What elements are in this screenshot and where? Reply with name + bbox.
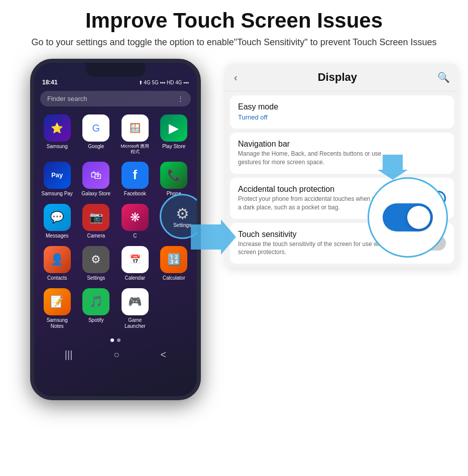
back-button[interactable]: ‹ [234,72,238,83]
dot-2 [117,338,121,342]
nav-menu-icon[interactable]: ||| [65,349,73,361]
game-label: Game Launcher [119,317,151,329]
status-time: 18:41 [42,79,58,86]
app-calendar[interactable]: 📅 Calendar [119,246,151,281]
calculator-label: Calculator [163,275,185,281]
notes-label: Samsung Notes [41,317,73,329]
easy-mode-status: Turned off [238,113,268,121]
magnified-toggle[interactable] [383,203,433,231]
calculator-icon: 🔢 [160,246,187,273]
bixby-icon: ❋ [122,204,149,231]
accidental-touch-title: Accidental touch protection [238,185,389,194]
spotify-label: Spotify [88,317,104,323]
navbar-text: Navigation bar Manage the Home, Back, an… [238,140,389,167]
game-icon: 🎮 [122,288,149,315]
status-bar: 18:41 ⬆ 4G 5G ▪▪▪ HD 4G ▪▪▪ [34,63,197,88]
app-calculator[interactable]: 🔢 Calculator [158,246,190,281]
google-icon: G [82,114,109,142]
page-header: Improve Touch Screen Issues Go to your s… [0,0,468,54]
magnified-toggle-circle [368,177,448,258]
app-notes[interactable]: 📝 Samsung Notes [41,288,73,329]
search-placeholder: Finder search [47,95,87,102]
microsoft-label: Microsoft 應用程式 [119,144,151,155]
microsoft-icon: 🪟 [122,114,149,142]
navbar-desc: Manage the Home, Back, and Recents butto… [238,150,389,167]
app-google[interactable]: G Google [80,114,112,155]
playstore-label: Play Store [162,144,185,150]
svg-marker-1 [378,155,408,180]
app-pay[interactable]: Pay Samsung Pay [41,162,73,197]
samsung-label: Samsung [47,144,68,150]
bixby-label: C [133,233,137,239]
page-title: Improve Touch Screen Issues [10,9,458,32]
app-camera[interactable]: 📷 Camera [80,204,112,239]
app-settings-magnified[interactable]: ⚙ Settings ⚙ [158,204,190,239]
nav-home-icon[interactable]: ○ [113,349,120,361]
pay-icon: Pay [44,162,71,189]
phone-search-bar[interactable]: Finder search ⋮ [40,91,191,106]
navbar-title: Navigation bar [238,140,389,149]
google-label: Google [88,144,104,150]
right-panel-wrapper: ‹ Display 🔍 Easy mode Turned off Navigat… [226,59,458,268]
app-facebook[interactable]: f Facebook [119,162,151,197]
app-microsoft[interactable]: 🪟 Microsoft 應用程式 [119,114,151,155]
messages-label: Messages [46,233,69,239]
camera-label: Camera [87,233,105,239]
settings-label: Settings [87,275,105,281]
facebook-label: Facebook [124,191,146,197]
easy-mode-title: Easy mode [238,102,278,111]
touch-sensitivity-desc: Increase the touch sensitivity of the sc… [238,240,389,257]
panel-header: ‹ Display 🔍 [226,64,458,91]
panel-search-icon[interactable]: 🔍 [437,71,450,83]
accidental-touch-desc: Protect your phone from accidental touch… [238,195,389,212]
status-indicators: ⬆ 4G 5G ▪▪▪ HD 4G ▪▪▪ [139,80,189,85]
contacts-label: Contacts [47,275,67,281]
app-contacts[interactable]: 👤 Contacts [41,246,73,281]
magnified-toggle-wrapper [368,177,448,258]
navbar-section: Navigation bar Manage the Home, Back, an… [230,133,454,174]
main-content: 18:41 ⬆ 4G 5G ▪▪▪ HD 4G ▪▪▪ Finder searc… [0,54,468,400]
messages-icon: 💬 [44,204,71,231]
camera-icon: 📷 [82,204,109,231]
touch-sensitivity-text: Touch sensitivity Increase the touch sen… [238,230,389,257]
notes-icon: 📝 [44,288,71,315]
settings-icon: ⚙ [82,246,109,273]
accidental-touch-text: Accidental touch protection Protect your… [238,185,389,212]
app-settings[interactable]: ⚙ Settings [80,246,112,281]
touch-sensitivity-title: Touch sensitivity [238,230,389,239]
facebook-icon: f [122,162,149,189]
app-messages[interactable]: 💬 Messages [41,204,73,239]
page-subtitle: Go to your settings and toggle the optio… [10,36,458,49]
nav-back-icon[interactable]: < [161,349,167,361]
dot-1 [110,338,114,342]
app-galaxy[interactable]: 🛍 Galaxy Store [80,162,112,197]
contacts-icon: 👤 [44,246,71,273]
playstore-icon: ▶ [160,114,187,142]
calendar-icon: 📅 [122,246,149,273]
samsung-icon: ⭐ [44,114,71,142]
galaxy-label: Galaxy Store [81,191,110,197]
calendar-label: Calendar [125,275,145,281]
app-playstore[interactable]: ▶ Play Store [158,114,190,155]
pay-label: Samsung Pay [42,191,73,197]
app-samsung[interactable]: ⭐ Samsung [41,114,73,155]
phone-screen: 18:41 ⬆ 4G 5G ▪▪▪ HD 4G ▪▪▪ Finder searc… [34,63,197,396]
page-dots [34,338,197,342]
blue-arrow-down [378,155,408,180]
search-dots-icon: ⋮ [177,95,184,102]
app-grid: ⭐ Samsung G Google 🪟 Microsoft 應用程式 [34,109,197,334]
app-spotify[interactable]: 🎵 Spotify [80,288,112,329]
svg-marker-0 [191,219,236,255]
navbar-item[interactable]: Navigation bar Manage the Home, Back, an… [230,133,454,174]
phone-icon: 📞 [160,162,187,189]
phone-mockup: 18:41 ⬆ 4G 5G ▪▪▪ HD 4G ▪▪▪ Finder searc… [10,59,221,400]
galaxy-icon: 🛍 [82,162,109,189]
app-phone[interactable]: 📞 Phone [158,162,190,197]
blue-arrow-right [191,219,236,255]
spotify-icon: 🎵 [82,288,109,315]
panel-title: Display [318,71,357,84]
app-bixby[interactable]: ❋ C [119,204,151,239]
easy-mode-item[interactable]: Easy mode Turned off [230,95,454,129]
app-game[interactable]: 🎮 Game Launcher [119,288,151,329]
phone-navigation: ||| ○ < [34,344,197,366]
